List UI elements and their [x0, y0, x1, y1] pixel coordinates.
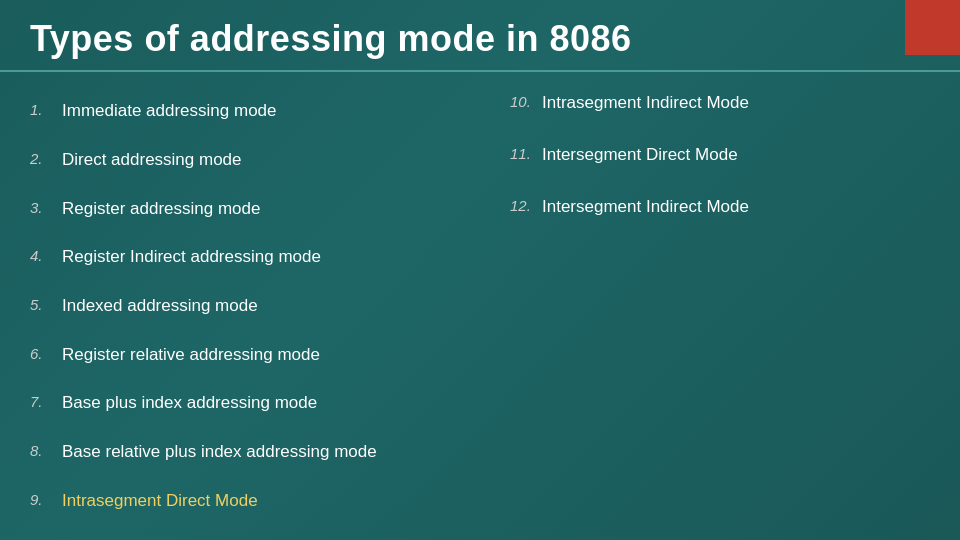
item-number: 10. — [510, 93, 542, 110]
list-item: 6.Register relative addressing mode — [30, 339, 450, 371]
item-number: 3. — [30, 199, 62, 216]
item-text: Base relative plus index addressing mode — [62, 442, 377, 462]
item-number: 7. — [30, 393, 62, 410]
item-text: Immediate addressing mode — [62, 101, 277, 121]
item-number: 8. — [30, 442, 62, 459]
list-item: 12.Intersegment Indirect Mode — [510, 191, 930, 223]
item-number: 12. — [510, 197, 542, 214]
item-text: Register Indirect addressing mode — [62, 247, 321, 267]
item-number: 4. — [30, 247, 62, 264]
item-text: Intersegment Indirect Mode — [542, 197, 749, 217]
item-text: Intrasegment Direct Mode — [62, 491, 258, 511]
list-item: 3.Register addressing mode — [30, 193, 450, 225]
slide-header: Types of addressing mode in 8086 — [0, 0, 960, 72]
list-item: 7.Base plus index addressing mode — [30, 387, 450, 419]
list-item: 8.Base relative plus index addressing mo… — [30, 436, 450, 468]
item-number: 2. — [30, 150, 62, 167]
item-text: Register addressing mode — [62, 199, 260, 219]
item-text: Intrasegment Indirect Mode — [542, 93, 749, 113]
item-number: 1. — [30, 101, 62, 118]
slide: Types of addressing mode in 8086 1.Immed… — [0, 0, 960, 540]
content-area: 1.Immediate addressing mode2.Direct addr… — [0, 72, 960, 540]
right-column: 10.Intrasegment Indirect Mode11.Interseg… — [480, 82, 960, 530]
list-item: 9.Intrasegment Direct Mode — [30, 485, 450, 517]
slide-title: Types of addressing mode in 8086 — [30, 18, 930, 60]
item-number: 9. — [30, 491, 62, 508]
item-number: 11. — [510, 145, 542, 162]
list-item: 1.Immediate addressing mode — [30, 95, 450, 127]
list-item: 5.Indexed addressing mode — [30, 290, 450, 322]
item-text: Intersegment Direct Mode — [542, 145, 738, 165]
left-column: 1.Immediate addressing mode2.Direct addr… — [0, 82, 480, 530]
item-text: Base plus index addressing mode — [62, 393, 317, 413]
item-text: Register relative addressing mode — [62, 345, 320, 365]
item-text: Direct addressing mode — [62, 150, 242, 170]
item-number: 6. — [30, 345, 62, 362]
list-item: 2.Direct addressing mode — [30, 144, 450, 176]
list-item: 4.Register Indirect addressing mode — [30, 241, 450, 273]
item-number: 5. — [30, 296, 62, 313]
item-text: Indexed addressing mode — [62, 296, 258, 316]
list-item: 10.Intrasegment Indirect Mode — [510, 87, 930, 119]
list-item: 11.Intersegment Direct Mode — [510, 139, 930, 171]
red-accent-block — [905, 0, 960, 55]
